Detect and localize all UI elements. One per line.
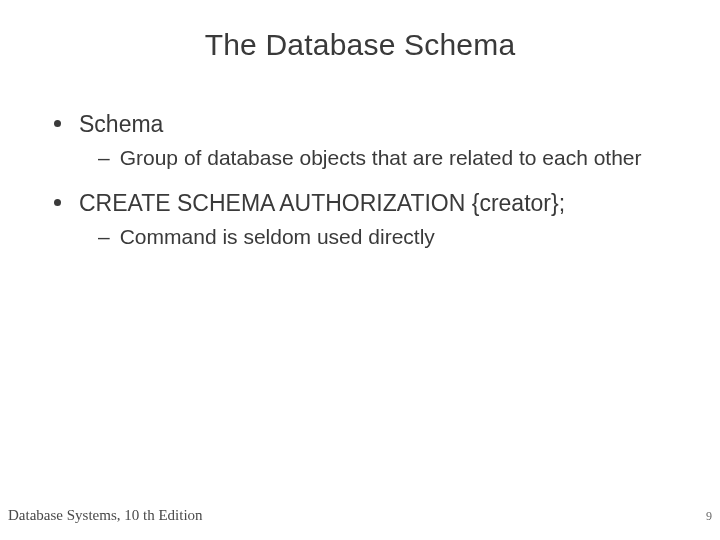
bullet-subtext: Group of database objects that are relat… [120, 145, 666, 171]
bullet-dot-icon [54, 120, 61, 127]
bullet-level1: Schema [54, 110, 666, 139]
bullet-text: CREATE SCHEMA AUTHORIZATION {creator}; [79, 189, 666, 218]
footer-text: Database Systems, 10 th Edition [8, 507, 203, 524]
bullet-dash-icon: – [98, 145, 110, 171]
slide-title: The Database Schema [0, 0, 720, 62]
bullet-level1: CREATE SCHEMA AUTHORIZATION {creator}; [54, 189, 666, 218]
slide: The Database Schema Schema – Group of da… [0, 0, 720, 540]
bullet-dot-icon [54, 199, 61, 206]
bullet-text: Schema [79, 110, 666, 139]
bullet-subtext: Command is seldom used directly [120, 224, 666, 250]
page-number: 9 [706, 509, 712, 524]
bullet-level2: – Command is seldom used directly [98, 224, 666, 250]
bullet-dash-icon: – [98, 224, 110, 250]
slide-footer: Database Systems, 10 th Edition 9 [8, 507, 712, 524]
slide-content: Schema – Group of database objects that … [0, 62, 720, 250]
bullet-level2: – Group of database objects that are rel… [98, 145, 666, 171]
